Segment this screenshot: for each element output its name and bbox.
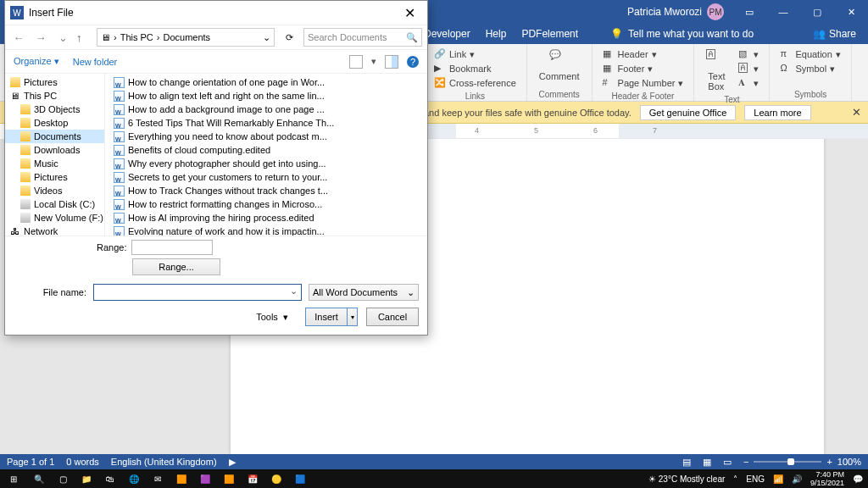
zoom-slider[interactable] <box>754 461 821 463</box>
chrome-taskbar-icon[interactable]: 🟡 <box>264 469 288 488</box>
file-item[interactable]: Evolving nature of work and how it is im… <box>108 225 424 236</box>
read-mode-icon[interactable]: ▤ <box>682 457 691 468</box>
file-item[interactable]: Why every photographer should get into u… <box>108 157 424 170</box>
header-button[interactable]: ▦Header ▾ <box>601 47 686 61</box>
wordart-button[interactable]: 🄰▾ <box>737 62 760 75</box>
recent-dropdown[interactable]: ⌄ <box>54 31 71 44</box>
store-taskbar-icon[interactable]: 🛍 <box>98 469 122 488</box>
nav-tree[interactable]: Pictures🖥This PC3D ObjectsDesktopDocumen… <box>5 74 105 236</box>
filename-input[interactable] <box>93 284 302 301</box>
tab-help[interactable]: Help <box>486 28 507 40</box>
preview-pane-button[interactable] <box>385 55 398 69</box>
tree-item[interactable]: Local Disk (C:) <box>5 197 104 211</box>
tree-item[interactable]: New Volume (F:) <box>5 211 104 225</box>
word-taskbar-icon[interactable]: 🟦 <box>288 469 312 488</box>
tree-item[interactable]: Downloads <box>5 143 104 157</box>
tree-item[interactable]: 🖧Network <box>5 225 104 236</box>
file-item[interactable]: 6 Tested Tips That Will Remarkably Enhan… <box>108 116 424 130</box>
system-tray[interactable]: ☀ 23°C Mostly clear ˄ ENG 📶 🔊 7:40 PM 9/… <box>648 470 868 487</box>
print-layout-icon[interactable]: ▦ <box>703 457 711 468</box>
wifi-icon[interactable]: 📶 <box>773 474 783 484</box>
insert-split-dropdown[interactable]: ▾ <box>347 308 357 325</box>
edge-taskbar-icon[interactable]: 🌐 <box>122 469 146 488</box>
tree-item[interactable]: Pictures <box>5 75 104 89</box>
notifications-icon[interactable]: 💬 <box>853 474 863 484</box>
tab-developer[interactable]: Developer <box>424 28 470 40</box>
tray-chevron-icon[interactable]: ˄ <box>733 474 737 484</box>
start-button[interactable]: ⊞ <box>0 474 27 484</box>
mail-taskbar-icon[interactable]: ✉ <box>146 469 170 488</box>
chevron-down-icon[interactable]: ▾ <box>371 56 376 67</box>
horizontal-ruler[interactable]: 4 5 6 7 <box>424 124 868 139</box>
file-item[interactable]: How to Track Changes without track chang… <box>108 184 424 197</box>
share-button[interactable]: 👥 Share <box>813 28 856 40</box>
symbol-button[interactable]: ΩSymbol ▾ <box>778 62 842 75</box>
tree-item[interactable]: Desktop <box>5 116 104 130</box>
tell-me-search[interactable]: 💡 Tell me what you want to do <box>610 28 754 40</box>
chevron-down-icon[interactable]: ⌄ <box>263 32 270 43</box>
search-taskbar-icon[interactable]: 🔍 <box>27 469 51 488</box>
app3-taskbar-icon[interactable]: 🟧 <box>217 469 241 488</box>
crossref-button[interactable]: 🔀Cross-reference <box>432 76 518 90</box>
file-item[interactable]: Benefits of cloud computing.edited <box>108 143 424 157</box>
file-item[interactable]: How to change orientation of one page in… <box>108 75 424 89</box>
help-icon[interactable]: ? <box>407 56 419 68</box>
sound-icon[interactable]: 🔊 <box>792 474 802 484</box>
forward-button[interactable]: → <box>32 31 49 44</box>
search-input[interactable]: Search Documents 🔍 <box>303 28 422 47</box>
range-button[interactable]: Range... <box>132 258 220 275</box>
pagenumber-button[interactable]: #Page Number ▾ <box>601 76 686 90</box>
breadcrumb-bar[interactable]: 🖥 › This PC › Documents ⌄ <box>97 28 275 47</box>
textbox-button[interactable]: 🄰Text Box <box>703 47 730 93</box>
user-badge[interactable]: Patricia Mworozi PM <box>627 3 732 20</box>
footer-button[interactable]: ▦Footer ▾ <box>601 62 686 75</box>
dialog-close-button[interactable]: ✕ <box>397 5 422 21</box>
file-item[interactable]: How to align text left and right on the … <box>108 89 424 103</box>
file-list[interactable]: How to change orientation of one page in… <box>105 74 427 236</box>
file-item[interactable]: How is AI improving the hiring process.e… <box>108 211 424 225</box>
bookmark-button[interactable]: ▶Bookmark <box>432 62 518 75</box>
minimize-icon[interactable]: — <box>766 0 800 24</box>
file-item[interactable]: How to restrict formatting changes in Mi… <box>108 197 424 211</box>
clock[interactable]: 7:40 PM 9/15/2021 <box>810 470 844 487</box>
tree-item[interactable]: Pictures <box>5 170 104 184</box>
app1-taskbar-icon[interactable]: 🟧 <box>170 469 193 488</box>
zoom-control[interactable]: − + 100% <box>743 457 861 467</box>
new-folder-button[interactable]: New folder <box>73 57 118 67</box>
tree-item[interactable]: Documents <box>5 130 104 143</box>
close-icon[interactable]: ✕ <box>834 0 868 24</box>
explorer-taskbar-icon[interactable]: 📁 <box>75 469 98 488</box>
file-item[interactable]: Secrets to get your customers to return … <box>108 170 424 184</box>
link-button[interactable]: 🔗Link ▾ <box>432 47 518 61</box>
app2-taskbar-icon[interactable]: 🟪 <box>193 469 217 488</box>
tab-pdfelement[interactable]: PDFelement <box>521 28 578 40</box>
view-options-button[interactable] <box>349 55 363 69</box>
weather-widget[interactable]: ☀ 23°C Mostly clear <box>648 474 725 484</box>
get-office-button[interactable]: Get genuine Office <box>640 105 737 120</box>
dropcap-button[interactable]: 𝐀▾ <box>737 76 760 90</box>
file-item[interactable]: How to add a background image to one pag… <box>108 103 424 116</box>
quickparts-button[interactable]: ▧▾ <box>737 47 760 61</box>
range-input[interactable] <box>131 240 213 255</box>
tree-item[interactable]: 🖥This PC <box>5 89 104 103</box>
up-button[interactable]: ↑ <box>76 31 92 44</box>
word-count[interactable]: 0 words <box>66 457 99 467</box>
refresh-button[interactable]: ⟳ <box>280 32 298 43</box>
tree-item[interactable]: Music <box>5 157 104 170</box>
zoom-out-icon[interactable]: − <box>743 457 748 467</box>
learn-more-button[interactable]: Learn more <box>744 105 810 120</box>
tools-menu[interactable]: Tools ▾ <box>256 312 288 323</box>
collapse-ribbon-icon[interactable]: ▭ <box>732 0 766 24</box>
back-button[interactable]: ← <box>10 31 27 44</box>
banner-close-icon[interactable]: ✕ <box>852 106 861 119</box>
language-indicator[interactable]: English (United Kingdom) <box>111 457 217 467</box>
zoom-in-icon[interactable]: + <box>826 457 832 467</box>
page-indicator[interactable]: Page 1 of 1 <box>7 457 54 467</box>
macro-icon[interactable]: ▶ <box>229 457 236 468</box>
equation-button[interactable]: πEquation ▾ <box>778 47 842 61</box>
zoom-value[interactable]: 100% <box>837 457 861 467</box>
organize-menu[interactable]: Organize ▾ <box>14 56 59 67</box>
maximize-icon[interactable]: ▢ <box>800 0 834 24</box>
taskview-icon[interactable]: ▢ <box>51 469 75 488</box>
cancel-button[interactable]: Cancel <box>366 308 419 326</box>
